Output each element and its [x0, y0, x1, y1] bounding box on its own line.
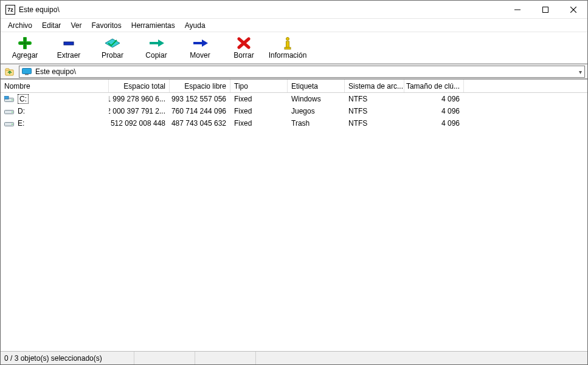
test-label: Probar: [102, 51, 123, 60]
drive-icon: [4, 96, 14, 102]
menu-ver[interactable]: Ver: [66, 20, 86, 31]
extract-icon: [61, 36, 76, 50]
app-icon-text: 7z: [7, 7, 13, 13]
svg-point-17: [12, 100, 13, 101]
menu-archivo[interactable]: Archivo: [3, 20, 37, 31]
svg-rect-16: [4, 96, 9, 99]
column-header-name[interactable]: Nombre: [1, 80, 109, 92]
svg-rect-12: [5, 69, 9, 70]
svg-rect-13: [22, 68, 32, 73]
cell-cluster: 4 096: [404, 93, 464, 105]
extract-button[interactable]: Extraer: [47, 33, 91, 63]
move-button[interactable]: Mover: [178, 33, 222, 63]
add-icon: [18, 36, 32, 50]
menu-bar: ArchivoEditarVerFavoritosHerramientasAyu…: [1, 19, 587, 32]
menu-herramientas[interactable]: Herramientas: [126, 20, 180, 31]
status-cell-2: [134, 352, 195, 364]
copy-label: Copiar: [145, 51, 167, 60]
titlebar: 7z Este equipo\: [1, 1, 587, 19]
column-header-label[interactable]: Etiqueta: [288, 80, 345, 92]
minimize-icon: [514, 7, 521, 13]
cell-label: Windows: [288, 93, 345, 105]
app-icon: 7z: [5, 5, 15, 15]
drive-row[interactable]: E:512 092 008 448487 743 045 632FixedTra…: [1, 117, 587, 129]
cell-total: 2 000 397 791 2...: [109, 105, 170, 117]
drive-row[interactable]: D:2 000 397 791 2...760 714 244 096Fixed…: [1, 105, 587, 117]
cell-fs: NTFS: [345, 93, 404, 105]
delete-icon: [237, 36, 251, 50]
path-combo[interactable]: Este equipo\ ▾: [19, 66, 585, 78]
test-button[interactable]: Probar: [91, 33, 134, 63]
menu-editar[interactable]: Editar: [37, 20, 66, 31]
drive-icon: [4, 120, 14, 126]
toolbar: AgregarExtraerProbarCopiarMoverBorrarInf…: [1, 32, 587, 64]
svg-point-21: [12, 124, 13, 125]
delete-label: Borrar: [233, 51, 254, 60]
cell-type: Fixed: [230, 117, 288, 129]
up-folder-icon: [4, 66, 15, 77]
cell-label: Juegos: [288, 105, 345, 117]
delete-button[interactable]: Borrar: [222, 33, 266, 63]
cell-fs: NTFS: [345, 117, 404, 129]
column-header-cluster[interactable]: Tamaño de clú...: [404, 80, 464, 92]
cell-total: 512 092 008 448: [109, 117, 170, 129]
column-header-type[interactable]: Tipo: [230, 80, 288, 92]
window-controls: [503, 1, 587, 18]
svg-rect-1: [543, 7, 548, 12]
drive-row[interactable]: C:1 999 278 960 6...993 152 557 056Fixed…: [1, 93, 587, 105]
test-icon: [105, 36, 120, 50]
svg-point-19: [12, 112, 13, 113]
list-body[interactable]: C:1 999 278 960 6...993 152 557 056Fixed…: [1, 93, 587, 351]
app-window: 7z Este equipo\ ArchivoEditarVerFavorito…: [0, 0, 588, 365]
svg-rect-10: [285, 47, 291, 49]
chevron-down-icon: ▾: [579, 68, 582, 75]
copy-icon: [148, 36, 164, 50]
cell-free: 993 152 557 056: [170, 93, 230, 105]
up-button[interactable]: [3, 66, 16, 78]
add-label: Agregar: [12, 51, 38, 60]
drive-name: D:: [18, 107, 25, 115]
path-bar: Este equipo\ ▾: [1, 64, 587, 80]
svg-marker-6: [158, 39, 164, 47]
column-header-free[interactable]: Espacio libre: [170, 80, 230, 92]
cell-free: 760 714 244 096: [170, 105, 230, 117]
cell-fs: NTFS: [345, 105, 404, 117]
computer-icon: [22, 68, 32, 75]
svg-marker-7: [202, 39, 208, 47]
menu-favoritos[interactable]: Favoritos: [86, 20, 126, 31]
status-cell-3: [195, 352, 256, 364]
path-text: Este equipo\: [35, 67, 76, 76]
status-cell-4: [256, 352, 587, 364]
svg-marker-5: [105, 39, 120, 47]
cell-total: 1 999 278 960 6...: [109, 93, 170, 105]
status-selection: 0 / 3 objeto(s) seleccionado(s): [1, 352, 134, 364]
info-label: Información: [269, 51, 307, 60]
cell-free: 487 743 045 632: [170, 117, 230, 129]
cell-type: Fixed: [230, 93, 288, 105]
column-header-fs[interactable]: Sistema de arc...: [345, 80, 404, 92]
info-button[interactable]: Información: [266, 33, 310, 63]
move-label: Mover: [190, 51, 210, 60]
cell-label: Trash: [288, 117, 345, 129]
drive-name: C:: [18, 94, 29, 104]
column-header-total[interactable]: Espacio total: [109, 80, 170, 92]
drive-icon: [4, 108, 14, 114]
cell-cluster: 4 096: [404, 117, 464, 129]
extract-label: Extraer: [57, 51, 81, 60]
menu-ayuda[interactable]: Ayuda: [180, 20, 210, 31]
svg-rect-4: [64, 42, 74, 45]
add-button[interactable]: Agregar: [3, 33, 47, 63]
info-icon: [282, 36, 294, 50]
move-icon: [192, 36, 208, 50]
cell-cluster: 4 096: [404, 105, 464, 117]
svg-rect-14: [25, 74, 29, 75]
svg-point-8: [286, 37, 289, 40]
maximize-icon: [542, 7, 548, 13]
copy-button[interactable]: Copiar: [134, 33, 178, 63]
maximize-button[interactable]: [531, 1, 559, 18]
status-bar: 0 / 3 objeto(s) seleccionado(s): [1, 351, 587, 364]
close-icon: [570, 7, 576, 13]
minimize-button[interactable]: [503, 1, 531, 18]
close-button[interactable]: [559, 1, 587, 18]
cell-type: Fixed: [230, 105, 288, 117]
